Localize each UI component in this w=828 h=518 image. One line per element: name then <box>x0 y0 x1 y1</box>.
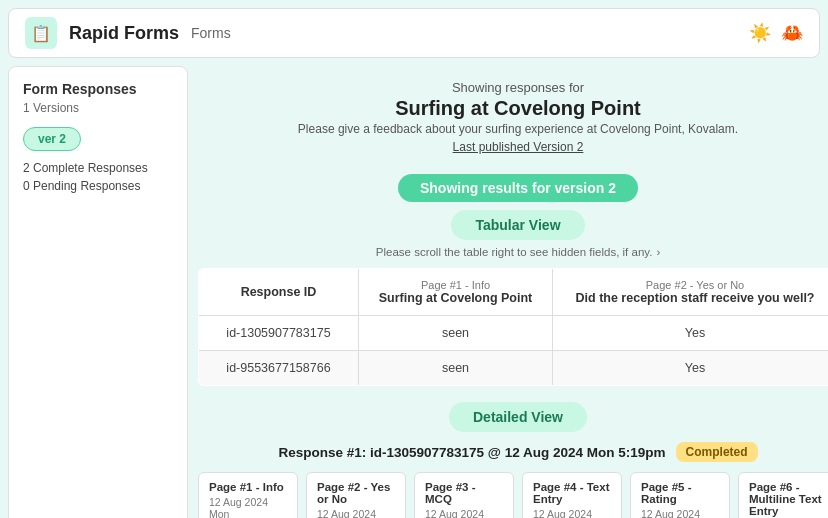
last-published-link[interactable]: Last published Version 2 <box>298 140 738 154</box>
page-card-title-1: Page #1 - Info <box>209 481 287 493</box>
table-header-id: Response ID <box>199 269 359 316</box>
form-main-title: Surfing at Covelong Point <box>298 97 738 120</box>
response-col1-1: seen <box>359 316 553 351</box>
page-card-6[interactable]: Page #6 - Multiline Text Entry 12 Aug 20… <box>738 472 828 518</box>
showing-label: Showing responses for <box>298 80 738 95</box>
sidebar-versions: 1 Versions <box>23 101 173 115</box>
page-card-4[interactable]: Page #4 - Text Entry 12 Aug 2024 Mon <box>522 472 622 518</box>
table-row: id-1305907783175 seen Yes <box>199 316 829 351</box>
sidebar-title: Form Responses <box>23 81 173 97</box>
detailed-view-button[interactable]: Detailed View <box>449 402 587 432</box>
page-card-date-5: 12 Aug 2024 Mon 5:20pm <box>641 508 719 518</box>
table-row: id-9553677158766 seen Yes <box>199 351 829 386</box>
main-layout: Form Responses 1 Versions ver 2 2 Comple… <box>0 66 828 518</box>
page-card-5[interactable]: Page #5 - Rating 12 Aug 2024 Mon 5:20pm <box>630 472 730 518</box>
response-col2-1: Yes <box>553 316 828 351</box>
sun-icon[interactable]: ☀️ <box>749 22 771 44</box>
sidebar-pending: 0 Pending Responses <box>23 179 173 193</box>
content-area: Showing responses for Surfing at Covelon… <box>198 66 828 518</box>
form-subtitle: Please give a feedback about your surfin… <box>298 122 738 136</box>
page-card-title-4: Page #4 - Text Entry <box>533 481 611 505</box>
response-table: Response ID Page #1 - Info Surfing at Co… <box>198 268 828 386</box>
sidebar-complete: 2 Complete Responses <box>23 161 173 175</box>
chevron-right-icon: › <box>656 246 660 258</box>
page-card-date-2: 12 Aug 2024 Mon 5:19pm <box>317 508 395 518</box>
response-col2-2: Yes <box>553 351 828 386</box>
logo-icon: 📋 <box>25 17 57 49</box>
crab-icon[interactable]: 🦀 <box>781 22 803 44</box>
table-header-page1: Page #1 - Info Surfing at Covelong Point <box>359 269 553 316</box>
response-id-1: id-1305907783175 <box>199 316 359 351</box>
nav-forms[interactable]: Forms <box>191 25 231 41</box>
response-col1-2: seen <box>359 351 553 386</box>
tabular-view-button[interactable]: Tabular View <box>451 210 584 240</box>
page-cards: Page #1 - Info 12 Aug 2024 Mon Page #2 -… <box>198 472 828 518</box>
response-detail-header: Response #1: id-1305907783175 @ 12 Aug 2… <box>278 442 757 462</box>
sidebar: Form Responses 1 Versions ver 2 2 Comple… <box>8 66 188 518</box>
page-card-title-2: Page #2 - Yes or No <box>317 481 395 505</box>
form-title-section: Showing responses for Surfing at Covelon… <box>298 66 738 160</box>
version-badge[interactable]: ver 2 <box>23 127 81 151</box>
header-left: 📋 Rapid Forms Forms <box>25 17 231 49</box>
scroll-hint: Please scroll the table right to see hid… <box>376 246 660 258</box>
response-id-2: id-9553677158766 <box>199 351 359 386</box>
header-icons: ☀️ 🦀 <box>749 22 803 44</box>
page-card-date-4: 12 Aug 2024 Mon <box>533 508 611 518</box>
page-card-title-5: Page #5 - Rating <box>641 481 719 505</box>
app-header: 📋 Rapid Forms Forms ☀️ 🦀 <box>8 8 820 58</box>
completed-badge: Completed <box>676 442 758 462</box>
page-card-2[interactable]: Page #2 - Yes or No 12 Aug 2024 Mon 5:19… <box>306 472 406 518</box>
page-card-1[interactable]: Page #1 - Info 12 Aug 2024 Mon <box>198 472 298 518</box>
table-header-page2: Page #2 - Yes or No Did the reception st… <box>553 269 828 316</box>
page-card-title-6: Page #6 - Multiline Text Entry <box>749 481 827 517</box>
page-card-date-1: 12 Aug 2024 Mon <box>209 496 287 518</box>
version-pill: Showing results for version 2 <box>398 174 638 202</box>
brand-name: Rapid Forms <box>69 23 179 44</box>
page-card-3[interactable]: Page #3 - MCQ 12 Aug 2024 Mon <box>414 472 514 518</box>
response-detail-label: Response #1: id-1305907783175 @ 12 Aug 2… <box>278 445 665 460</box>
page-card-date-3: 12 Aug 2024 Mon <box>425 508 503 518</box>
page-card-title-3: Page #3 - MCQ <box>425 481 503 505</box>
